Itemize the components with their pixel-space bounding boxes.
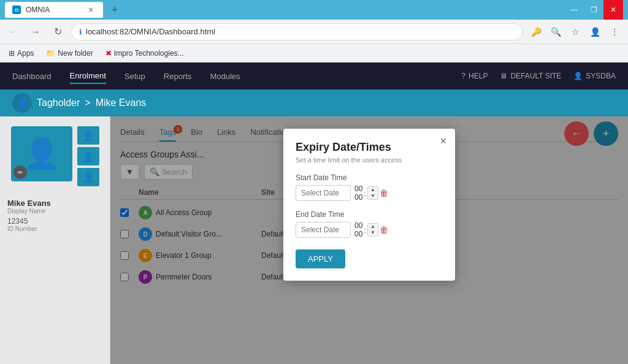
expiry-modal: × Expiry Date/Times Set a time limit on … <box>283 129 455 281</box>
avatar-side: 👤 👤 👤 <box>77 126 99 186</box>
main-content: 👤 ✏ 👤 👤 👤 Mike Evans Display Name 12345 … <box>0 116 628 364</box>
impro-label: Impro Technologies... <box>114 49 184 58</box>
apply-button[interactable]: APPLY <box>296 249 345 268</box>
sidebar: 👤 ✏ 👤 👤 👤 Mike Evans Display Name 12345 … <box>0 116 110 364</box>
end-date-input[interactable] <box>296 222 351 238</box>
start-delete-icon[interactable]: 🗑 <box>380 188 388 198</box>
account-icon[interactable]: 👤 <box>586 23 603 40</box>
user-info: Mike Evans Display Name 12345 ID Number <box>7 194 102 237</box>
end-hour: 00 <box>354 221 362 230</box>
close-button[interactable]: ✕ <box>603 0 623 20</box>
end-time-stepper[interactable]: ▲ ▼ <box>367 223 378 237</box>
start-time-group: 00 00 : ▲ ▼ 🗑 <box>354 184 388 202</box>
avatar-edit-button[interactable]: ✏ <box>13 165 27 179</box>
bookmark-impro[interactable]: ✖ Impro Technologies... <box>102 48 188 59</box>
avatar-thumb-2[interactable]: 👤 <box>77 147 99 165</box>
app-header: Dashboard Enrolment Setup Reports Module… <box>0 63 628 89</box>
start-date-input[interactable] <box>296 185 351 201</box>
toolbar-right: 🔑 🔍 ☆ 👤 ⋮ <box>527 23 623 40</box>
end-delete-icon[interactable]: 🗑 <box>380 225 388 235</box>
bookmark-apps[interactable]: ⊞ Apps <box>5 48 37 59</box>
start-time-stepper[interactable]: ▲ ▼ <box>367 186 378 200</box>
end-date-group: End Date Time 00 00 : ▲ ▼ <box>296 210 443 238</box>
end-date-row: 00 00 : ▲ ▼ 🗑 <box>296 221 443 238</box>
start-date-label: Start Date Time <box>296 173 443 182</box>
restore-button[interactable]: ❐ <box>584 0 603 20</box>
address-bar[interactable]: ℹ localhost:82/OMNIA/Dashboard.html <box>71 23 523 40</box>
avatar-silhouette-icon: 👤 <box>23 137 60 171</box>
bookmarks-bar: ⊞ Apps 📁 New folder ✖ Impro Technologies… <box>0 44 628 63</box>
nav-modules[interactable]: Modules <box>210 69 240 83</box>
start-minute: 00 <box>354 193 362 202</box>
end-time-up[interactable]: ▲ <box>368 224 378 230</box>
bookmark-new-folder[interactable]: 📁 New folder <box>42 48 96 59</box>
folder-icon: 📁 <box>46 49 55 58</box>
user-display-name: Mike Evans <box>7 199 102 208</box>
apps-label: Apps <box>17 49 34 58</box>
nav-reports[interactable]: Reports <box>164 69 192 83</box>
time-colon: : <box>364 189 366 198</box>
end-time-values: 00 00 <box>354 221 362 238</box>
modal-overlay: × Expiry Date/Times Set a time limit on … <box>110 116 628 364</box>
browser-toolbar: ← → ↻ ℹ localhost:82/OMNIA/Dashboard.htm… <box>0 20 628 44</box>
key-icon[interactable]: 🔑 <box>527 23 545 40</box>
apps-icon: ⊞ <box>9 49 15 58</box>
avatar-thumb-3[interactable]: 👤 <box>77 168 99 186</box>
time-colon-2: : <box>364 226 366 235</box>
secure-icon: ℹ <box>79 28 82 36</box>
favicon-icon: O <box>12 6 21 14</box>
nav-setup[interactable]: Setup <box>124 69 145 83</box>
avatar-row: 👤 ✏ 👤 👤 👤 <box>11 126 99 186</box>
tab-close-button[interactable]: × <box>86 5 96 15</box>
avatar-thumb-1[interactable]: 👤 <box>77 126 99 145</box>
modal-close-button[interactable]: × <box>440 135 446 148</box>
url-text: localhost:82/OMNIA/Dashboard.html <box>86 27 215 36</box>
new-tab-button[interactable]: + <box>107 2 123 18</box>
tab-title: OMNIA <box>26 6 50 14</box>
end-time-down[interactable]: ▼ <box>368 230 378 236</box>
user-name-label: Display Name <box>7 208 102 214</box>
forward-button[interactable]: → <box>27 23 44 40</box>
browser-titlebar: O OMNIA × + — ❐ ✕ <box>0 0 628 20</box>
user-menu[interactable]: 👤 SYSDBA <box>573 72 616 80</box>
header-right: ? HELP 🖥 DEFAULT SITE 👤 SYSDBA <box>461 72 616 80</box>
search-icon[interactable]: 🔍 <box>547 23 564 40</box>
end-minute: 00 <box>354 230 362 238</box>
start-date-row: 00 00 : ▲ ▼ 🗑 <box>296 184 443 202</box>
modal-subtitle: Set a time limit on the users access <box>296 156 443 164</box>
start-time-down[interactable]: ▼ <box>368 193 378 199</box>
user-id-label: ID Number <box>7 226 102 232</box>
avatar-main: 👤 ✏ <box>11 126 72 181</box>
user-id: 12345 <box>7 217 102 226</box>
site-selector[interactable]: 🖥 DEFAULT SITE <box>500 72 561 80</box>
start-hour: 00 <box>354 184 362 193</box>
nav-dashboard[interactable]: Dashboard <box>12 69 52 83</box>
folder-label: New folder <box>58 49 93 58</box>
start-time-up[interactable]: ▲ <box>368 187 378 193</box>
back-button[interactable]: ← <box>5 23 22 40</box>
content-area: ← + Details Tags 1 Bio Links Notificatio… <box>110 116 628 364</box>
modal-title: Expiry Date/Times <box>296 141 443 154</box>
star-icon[interactable]: ☆ <box>567 23 584 40</box>
reload-button[interactable]: ↻ <box>49 23 66 40</box>
avatar-section: 👤 ✏ 👤 👤 👤 <box>7 126 102 186</box>
nav-enrolment[interactable]: Enrolment <box>70 69 106 84</box>
start-date-group: Start Date Time 00 00 : ▲ ▼ <box>296 173 443 202</box>
end-date-label: End Date Time <box>296 210 443 219</box>
window-controls: — ❐ ✕ <box>564 0 623 20</box>
help-link[interactable]: ? HELP <box>461 72 488 80</box>
breadcrumb-current: Mike Evans <box>96 97 147 108</box>
breadcrumb: 👤 Tagholder > Mike Evans <box>0 89 628 116</box>
breadcrumb-separator: > <box>85 97 90 108</box>
minimize-button[interactable]: — <box>564 0 584 20</box>
browser-tab[interactable]: O OMNIA × <box>5 2 103 18</box>
menu-icon[interactable]: ⋮ <box>606 23 623 40</box>
impro-icon: ✖ <box>105 49 112 58</box>
breadcrumb-parent[interactable]: Tagholder <box>37 97 80 108</box>
start-time-values: 00 00 <box>354 184 362 202</box>
breadcrumb-icon: 👤 <box>12 93 32 113</box>
end-time-group: 00 00 : ▲ ▼ 🗑 <box>354 221 388 238</box>
